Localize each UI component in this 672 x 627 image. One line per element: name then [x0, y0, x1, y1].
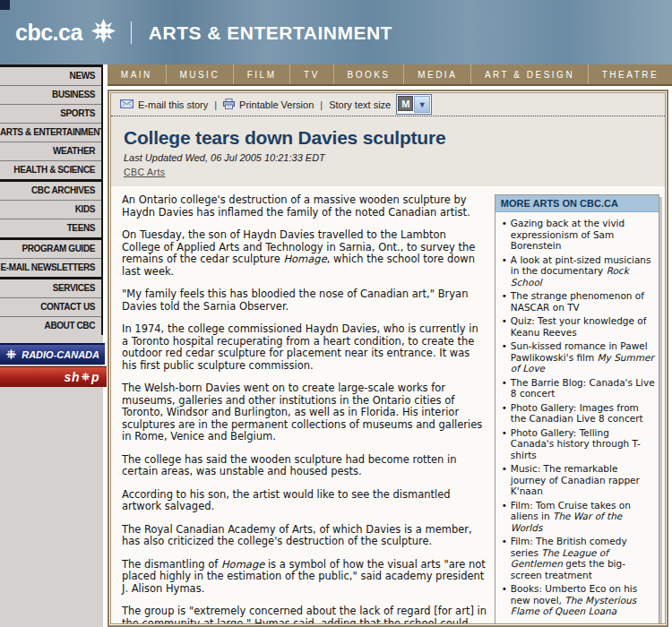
sidebar-item-sports[interactable]: SPORTS [0, 104, 101, 123]
nav-tab[interactable]: FILM [234, 64, 290, 84]
text-size-dropdown-arrow-icon[interactable]: ▼ [414, 96, 430, 113]
radio-canada-banner[interactable]: RADIO-CANADA [0, 343, 105, 365]
nav-tab[interactable]: TV [290, 64, 333, 84]
corner-block [0, 0, 10, 10]
shop-banner[interactable]: sh p [0, 366, 107, 387]
nav-tab[interactable]: ART & DESIGN [471, 64, 589, 84]
related-link[interactable]: A look at pint-sized musicians in the do… [502, 254, 655, 288]
cbc-logo[interactable]: cbc.ca [15, 20, 82, 46]
nav-tab[interactable]: THEATRE [589, 64, 672, 84]
sidebar-group: CBC ARCHIVESKIDSTEENS [0, 182, 101, 240]
sidebar-item-kids[interactable]: KIDS [0, 200, 101, 219]
content-inner: E-mail this story | Printable Version | … [110, 92, 666, 624]
story-toolbar: E-mail this story | Printable Version | … [111, 93, 665, 116]
nav-tab[interactable]: BOOKS [334, 64, 405, 84]
sidebar-item-health-science[interactable]: HEALTH & SCIENCE [0, 160, 101, 179]
article-paragraph: "My family feels this has bloodied the n… [122, 288, 487, 313]
article-paragraph: According to his son, the artist would l… [122, 489, 487, 513]
article-paragraph: The Royal Canadian Academy of Arts, of w… [122, 524, 487, 548]
shop-label-post: p [91, 370, 99, 384]
last-updated: Last Updated Wed, 06 Jul 2005 10:21:33 E… [124, 152, 652, 163]
shop-label-pre: sh [65, 370, 80, 384]
related-link[interactable]: Books: Umberto Eco on his new novel, The… [502, 583, 655, 617]
sidebar-group: SERVICESCONTACT USABOUT CBC [0, 279, 101, 335]
toolbar-separator: | [314, 99, 329, 110]
article-paragraph: An Ontario college's destruction of a ma… [122, 194, 487, 219]
related-rail: MORE ARTS ON CBC.CA Gazing back at the v… [495, 194, 659, 623]
article-area: An Ontario college's destruction of a ma… [111, 186, 665, 623]
printable-version-label: Printable Version [239, 99, 314, 110]
nav-tab[interactable]: MUSIC [167, 64, 234, 84]
nav-tab[interactable]: MAIN [108, 64, 167, 84]
content-frame: E-mail this story | Printable Version | … [108, 90, 668, 627]
sidebar-item-business[interactable]: BUSINESS [0, 85, 101, 104]
more-arts-header: MORE ARTS ON CBC.CA [495, 195, 659, 212]
nav-tab[interactable]: MEDIA [404, 64, 471, 84]
title-block: College tears down Davies sculpture Last… [111, 116, 665, 186]
sidebar-item-program-guide[interactable]: PROGRAM GUIDE [0, 240, 101, 258]
sidebar-item-e-mail-newsletters[interactable]: E-MAIL NEWSLETTERS [0, 258, 101, 277]
more-arts-box: MORE ARTS ON CBC.CA Gazing back at the v… [495, 194, 659, 623]
email-story-label: E-mail this story [138, 99, 208, 110]
sidebar-group: NEWSBUSINESSSPORTSARTS & ENTERTAINMENTWE… [0, 67, 101, 182]
sidebar-item-weather[interactable]: WEATHER [0, 142, 101, 160]
related-link[interactable]: The Barrie Blog: Canada's Live 8 concert [502, 377, 655, 399]
header-divider [131, 21, 132, 44]
related-link[interactable]: Film: Tom Cruise takes on aliens in The … [502, 500, 655, 534]
related-link[interactable]: The strange phenomenon of NASCAR on TV [502, 290, 655, 313]
sidebar-item-teens[interactable]: TEENS [0, 219, 101, 237]
sidebar-group: PROGRAM GUIDEE-MAIL NEWSLETTERS [0, 240, 101, 279]
more-arts-list: Gazing back at the vivid expressionism o… [502, 218, 655, 617]
sidebar-item-arts-entertainment[interactable]: ARTS & ENTERTAINMENT [0, 123, 101, 142]
cbc-gem-icon [90, 18, 116, 47]
related-link[interactable]: Music: The remarkable journey of Canadia… [502, 463, 655, 497]
related-link[interactable]: Photo Gallery: Telling Canada's history … [502, 427, 655, 461]
related-link[interactable]: Sun-kissed romance in Pawel Pawlikowski'… [502, 340, 655, 374]
site-header: cbc.ca ARTS & ENTERTAINMENT [0, 0, 672, 64]
shop-gem-icon [81, 370, 90, 384]
printable-version-link[interactable]: Printable Version [223, 99, 314, 111]
story-text-size-label: Story text size [329, 99, 391, 110]
email-icon [120, 99, 134, 110]
section-title: ARTS & ENTERTAINMENT [149, 22, 392, 44]
article-body: An Ontario college's destruction of a ma… [122, 194, 487, 623]
cbc-arts-link[interactable]: CBC Arts [124, 167, 165, 177]
sidebar-menu: NEWSBUSINESSSPORTSARTS & ENTERTAINMENTWE… [0, 64, 103, 335]
printer-icon [223, 99, 235, 111]
sidebar-item-news[interactable]: NEWS [0, 67, 101, 85]
article-paragraph: The college has said the wooden sculptur… [122, 454, 487, 478]
sidebar-item-contact-us[interactable]: CONTACT US [0, 297, 101, 316]
radio-canada-gem-icon [5, 348, 17, 362]
related-link[interactable]: Photo Gallery: Images from the Canadian … [502, 402, 655, 425]
related-link[interactable]: Gazing back at the vivid expressionism o… [502, 218, 655, 252]
page-title: College tears down Davies sculpture [124, 127, 652, 149]
related-link[interactable]: Film: The British comedy series The Leag… [502, 536, 655, 580]
related-link[interactable]: Quiz: Test your knowledge of Keanu Reeve… [502, 315, 655, 338]
article-paragraph: On Tuesday, the son of Haydn Davies trav… [122, 229, 487, 278]
top-nav: MAINMUSICFILMTVBOOKSMEDIAART & DESIGNTHE… [108, 64, 672, 86]
article-paragraph: The group is "extremely concerned about … [122, 606, 487, 623]
article-paragraph: The Welsh-born Davies went on to create … [122, 382, 487, 443]
toolbar-separator: | [208, 99, 223, 110]
radio-canada-label: RADIO-CANADA [22, 349, 99, 360]
text-size-value: M [398, 96, 413, 111]
text-size-select[interactable]: M ▼ [396, 94, 432, 115]
article-paragraph: The dismantling of Homage is a symbol of… [122, 559, 487, 596]
sidebar-item-services[interactable]: SERVICES [0, 279, 101, 297]
sidebar-item-cbc-archives[interactable]: CBC ARCHIVES [0, 182, 101, 200]
sidebar-item-about-cbc[interactable]: ABOUT CBC [0, 316, 101, 335]
email-story-link[interactable]: E-mail this story [120, 99, 208, 110]
article-paragraph: In 1974, the college commissioned Haydn … [122, 323, 487, 372]
